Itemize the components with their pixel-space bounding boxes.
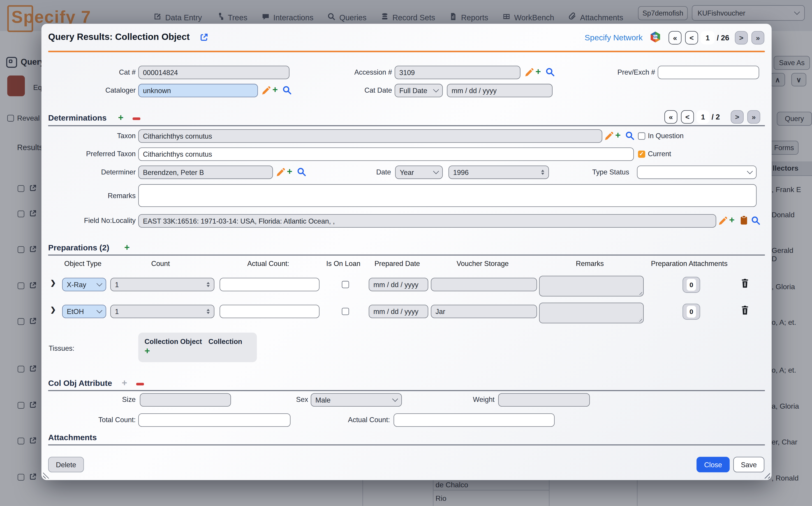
det-remarks-textarea[interactable]	[138, 184, 757, 207]
is-on-loan-checkbox[interactable]	[342, 308, 349, 315]
det-date-input[interactable]: 1996	[449, 165, 549, 179]
pager-current-input[interactable]: 1	[701, 31, 715, 45]
det-pager-prev-button[interactable]: <	[681, 110, 694, 124]
remove-attribute-icon[interactable]	[136, 383, 144, 385]
specify-network-icon[interactable]: SN	[649, 31, 661, 43]
add-icon[interactable]: +	[535, 67, 541, 76]
expand-row-icon[interactable]: ❯	[50, 279, 56, 286]
accession-label: Accession #	[311, 68, 392, 76]
col-is-on-loan: Is On Loan	[318, 260, 369, 267]
query-results-dialog: Query Results: Collection Object Specify…	[42, 24, 771, 480]
determinations-heading: Determinations	[48, 113, 107, 122]
search-icon[interactable]	[625, 131, 635, 141]
edit-pencil-icon[interactable]	[718, 216, 728, 226]
number-stepper-icon[interactable]	[541, 169, 544, 175]
det-pager-current-input[interactable]: 1	[696, 110, 709, 124]
count-input[interactable]: 1	[110, 305, 214, 318]
field-no-locality-input[interactable]: EAST 33K:16516: 1971-03-14: USA, Florida…	[138, 214, 716, 228]
add-icon[interactable]: +	[615, 130, 621, 140]
determiner-input[interactable]: Berendzen, Peter B	[138, 165, 273, 179]
current-checkbox[interactable]: ✓	[638, 151, 645, 158]
pager-next-button[interactable]: >	[735, 31, 748, 45]
preparations-heading: Preparations (2)	[48, 243, 109, 252]
det-date-label: Date	[352, 168, 391, 176]
delete-row-icon[interactable]	[740, 278, 749, 288]
object-type-select[interactable]: X-Ray	[62, 278, 106, 291]
count-input[interactable]: 1	[110, 278, 214, 291]
size-input[interactable]	[140, 393, 231, 407]
tissues-label: Tissues:	[49, 345, 74, 352]
search-icon[interactable]	[545, 67, 555, 77]
pager-last-button[interactable]: »	[751, 31, 764, 45]
clipboard-icon[interactable]	[739, 215, 749, 225]
prep-remarks-textarea[interactable]	[539, 303, 644, 323]
voucher-storage-input[interactable]: Jar	[431, 305, 537, 318]
open-in-new-tab-icon[interactable]	[199, 33, 209, 42]
search-icon[interactable]	[751, 216, 761, 226]
close-button[interactable]: Close	[696, 457, 730, 473]
cat-date-input[interactable]: mm / dd / yyyy	[447, 84, 552, 97]
add-icon[interactable]: +	[287, 167, 292, 176]
chevron-down-icon	[747, 168, 753, 174]
taxon-input[interactable]: Citharichthys cornutus	[138, 130, 602, 143]
edit-pencil-icon[interactable]	[604, 132, 614, 141]
in-question-checkbox[interactable]	[638, 133, 645, 140]
add-icon[interactable]: +	[729, 215, 735, 225]
type-status-select[interactable]	[637, 165, 756, 179]
actual-count-input[interactable]	[219, 278, 320, 291]
number-stepper-icon[interactable]	[207, 309, 210, 314]
search-icon[interactable]	[297, 167, 307, 177]
preferred-taxon-input[interactable]: Citharichthys cornutus	[138, 147, 634, 161]
cat-date-label: Cat Date	[311, 86, 392, 94]
total-count-input[interactable]	[138, 413, 290, 427]
attachments-count-button[interactable]: 0	[682, 304, 700, 320]
add-icon[interactable]: +	[272, 85, 278, 94]
col-prepared-date: Prepared Date	[366, 260, 428, 267]
actual-count-input[interactable]	[394, 413, 555, 427]
cat-number-input[interactable]: 000014824	[138, 66, 289, 79]
field-no-locality-label: Field No:Locality	[48, 217, 136, 225]
det-pager-first-button[interactable]: «	[665, 110, 677, 124]
add-attribute-icon[interactable]: +	[122, 378, 127, 388]
add-determination-icon[interactable]: +	[118, 113, 123, 122]
accession-input[interactable]: 3109	[395, 66, 521, 79]
det-remarks-label: Remarks	[48, 192, 136, 200]
prev-exch-input[interactable]	[658, 66, 759, 79]
add-tissue-icon[interactable]: +	[144, 345, 150, 356]
delete-button[interactable]: Delete	[48, 457, 84, 473]
resize-grip[interactable]	[763, 471, 770, 479]
header-accent-rule	[48, 51, 765, 52]
edit-pencil-icon[interactable]	[261, 86, 271, 96]
object-type-select[interactable]: EtOH	[62, 305, 106, 318]
det-pager-last-button[interactable]: »	[747, 110, 760, 124]
delete-row-icon[interactable]	[740, 305, 749, 315]
det-pager-next-button[interactable]: >	[731, 110, 744, 124]
voucher-storage-input[interactable]	[431, 278, 537, 291]
specify-network-link[interactable]: Specify Network	[585, 33, 642, 43]
attachments-count-button[interactable]: 0	[682, 277, 700, 293]
det-date-precision-select[interactable]: Year	[395, 165, 443, 179]
number-stepper-icon[interactable]	[207, 282, 210, 287]
actual-count-input[interactable]	[219, 305, 320, 318]
save-button[interactable]: Save	[733, 457, 764, 473]
cat-date-precision-select[interactable]: Full Date	[395, 84, 443, 97]
pager-first-button[interactable]: «	[669, 31, 681, 45]
col-obj-attribute-heading: Col Obj Attribute	[48, 378, 112, 388]
edit-pencil-icon[interactable]	[275, 168, 285, 178]
pager-prev-button[interactable]: <	[685, 31, 698, 45]
prepared-date-input[interactable]: mm / dd / yyyy	[369, 278, 428, 291]
sex-select[interactable]: Male	[311, 393, 402, 407]
is-on-loan-checkbox[interactable]	[342, 281, 349, 288]
resize-grip[interactable]	[43, 473, 50, 479]
chevron-down-icon	[96, 308, 103, 313]
prep-remarks-textarea[interactable]	[539, 276, 644, 297]
prepared-date-input[interactable]: mm / dd / yyyy	[369, 305, 428, 318]
det-pager-total: / 2	[712, 113, 720, 121]
edit-pencil-icon[interactable]	[524, 68, 534, 78]
expand-row-icon[interactable]: ❯	[50, 306, 56, 314]
add-preparation-icon[interactable]: +	[124, 243, 130, 252]
remove-determination-icon[interactable]	[133, 117, 140, 120]
weight-input[interactable]	[498, 393, 590, 407]
search-icon[interactable]	[282, 85, 292, 95]
cataloger-input[interactable]: unknown	[138, 84, 258, 97]
